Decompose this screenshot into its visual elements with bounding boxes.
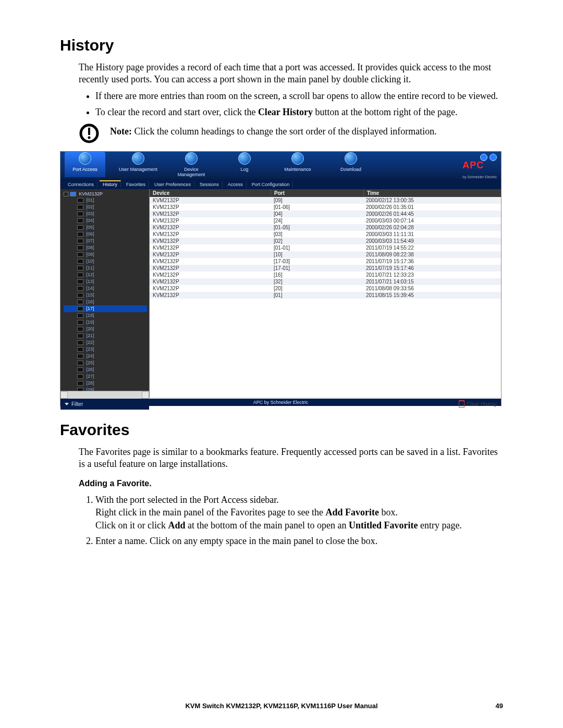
tree-port[interactable]: [25] [64,360,147,366]
tree-port[interactable]: [28] [64,380,147,387]
sub-tab-connections[interactable]: Connections [65,180,97,188]
tab-icon [238,152,251,165]
tree-port[interactable]: [09] [64,251,147,258]
main-tab-port-access[interactable]: Port Access [65,151,105,177]
tree-port[interactable]: [23] [64,346,147,353]
sidebar-tree[interactable]: KVM2132P [01] [02] [03] [04] [05] [06] [… [60,189,150,398]
col-port[interactable]: Port [271,189,364,197]
tree-port[interactable]: [15] [64,292,147,299]
tree-port[interactable]: [27] [64,373,147,380]
tab-icon [79,152,91,165]
history-row[interactable]: KVM2132P[17-01]2011/07/19 15:17:46 [150,265,501,272]
history-rows[interactable]: KVM2132P[09]2000/02/12 13:00:35KVM2132P[… [150,197,501,398]
tree-port[interactable]: [07] [64,238,147,244]
tree-port[interactable]: [04] [64,217,147,224]
history-row[interactable]: KVM2132P[03]2000/03/03 11:11:31 [150,231,501,238]
sub-tab-port-configuration[interactable]: Port Configuration [249,180,293,188]
history-row[interactable]: KVM2132P[16]2011/07/21 12:33:23 [150,272,501,278]
sub-tab-history[interactable]: History [100,180,121,188]
history-row[interactable]: KVM2132P[10]2011/08/09 08:22:38 [150,251,501,258]
tree-port[interactable]: [02] [64,204,147,211]
chevron-down-icon [65,403,69,405]
txt: button at the bottom right of the page. [313,107,457,117]
tree-port[interactable]: [05] [64,224,147,231]
sub-tab-user-preferences[interactable]: User Preferences [151,180,194,188]
tree-port[interactable]: [20] [64,326,147,332]
col-device[interactable]: Device [150,189,271,197]
tree-port[interactable]: [26] [64,366,147,373]
sub-tab-favorites[interactable]: Favorites [123,180,149,188]
heading-history: History [60,36,503,54]
tree-port[interactable]: [03] [64,211,147,217]
fav-step-2: Enter a name. Click on any empty space i… [95,535,503,547]
clear-history-label: Clear History [467,401,497,407]
history-bullet-1: If there are more entries than room on t… [95,90,503,102]
tree-port[interactable]: [01] [64,197,147,204]
history-row[interactable]: KVM2132P[04]2000/02/26 01:44:45 [150,211,501,217]
history-row[interactable]: KVM2132P[01-05]2000/02/26 02:04:28 [150,224,501,231]
history-row[interactable]: KVM2132P[09]2000/02/12 13:00:35 [150,197,501,204]
col-time[interactable]: Time [364,189,501,197]
history-row[interactable]: KVM2132P[32]2011/07/21 14:03:15 [150,278,501,285]
sub-tab-access[interactable]: Access [225,180,247,188]
tree-port[interactable]: [16] [64,299,147,305]
tree-port[interactable]: [24] [64,353,147,360]
footer-title: KVM Switch KVM2132P, KVM2116P, KVM1116P … [185,702,377,710]
history-row[interactable]: KVM2132P[17-03]2011/07/19 15:17:36 [150,258,501,265]
history-row[interactable]: KVM2132P[02]2000/03/03 11:54:49 [150,238,501,244]
history-table-header[interactable]: Device Port Time [150,189,501,197]
history-row[interactable]: KVM2132P[01]2011/08/15 15:39:45 [150,292,501,299]
main-tab-maintenance[interactable]: Maintenance [277,151,318,177]
tree-port[interactable]: [06] [64,231,147,238]
kvm-top-bar: Port AccessUser ManagementDevice Managem… [60,152,501,179]
kvm-screenshot: Port AccessUser ManagementDevice Managem… [60,151,501,406]
main-tab-log[interactable]: Log [224,151,265,177]
main-tab-device-management[interactable]: Device Management [171,151,212,177]
tree-port[interactable]: [22] [64,339,147,346]
top-right-icons [480,154,497,161]
exclamation-icon [79,123,100,144]
tree-port[interactable]: [12] [64,272,147,278]
favorites-intro: The Favorites page is similar to a bookm… [79,446,503,470]
main-tab-download[interactable]: Download [331,151,371,177]
tree-root[interactable]: KVM2132P [64,191,147,197]
clear-history-ref: Clear History [258,107,313,117]
favorites-steps: With the port selected in the Port Acces… [95,493,503,547]
history-row[interactable]: KVM2132P[01-06]2000/02/26 01:35:01 [150,204,501,211]
tree-port[interactable]: [19] [64,319,147,326]
sub-tab-sessions[interactable]: Sessions [197,180,223,188]
apc-tagline: by Schneider Electric [462,175,497,179]
history-bullet-2: To clear the record and start over, clic… [95,106,503,118]
tree-port[interactable]: [18] [64,312,147,319]
main-nav-tabs: Port AccessUser ManagementDevice Managem… [65,151,371,179]
history-row[interactable]: KVM2132P[01-01]2011/07/19 14:55:22 [150,244,501,251]
trash-icon [459,400,464,408]
tree-port[interactable]: [13] [64,278,147,285]
note-label: Note: [110,126,132,137]
history-intro: The History page provides a record of ea… [79,61,503,85]
txt: To clear the record and start over, clic… [95,107,258,117]
clear-history-button[interactable]: Clear History [459,400,497,408]
main-tab-user-management[interactable]: User Management [118,151,158,177]
untitled-favorite-ref: Untitled Favorite [349,520,418,530]
fav-step-1: With the port selected in the Port Acces… [95,493,503,532]
tree-port[interactable]: [10] [64,258,147,265]
tree-port[interactable]: [11] [64,265,147,272]
filter-button[interactable]: Filter [60,398,149,410]
add-favorite-ref: Add Favorite [325,507,379,517]
tree-port[interactable]: [17] [64,305,147,312]
txt: entry page. [418,520,461,530]
history-row[interactable]: KVM2132P[24]2000/03/03 00:07:14 [150,217,501,224]
tree-port[interactable]: [21] [64,332,147,339]
apc-logo: APC [462,160,497,171]
tree-port[interactable]: [14] [64,285,147,292]
tree-port[interactable]: [08] [64,244,147,251]
help-icon[interactable] [480,154,487,161]
history-row[interactable]: KVM2132P[20]2011/08/08 09:33:56 [150,285,501,292]
txt: With the port selected in the Port Acces… [95,495,279,505]
svg-rect-1 [88,128,90,135]
sidebar-h-scrollbar[interactable] [60,391,149,399]
logout-icon[interactable] [489,154,497,161]
txt: at the bottom of the main panel to open … [186,520,349,530]
adding-favorite-subhead: Adding a Favorite. [79,479,503,488]
